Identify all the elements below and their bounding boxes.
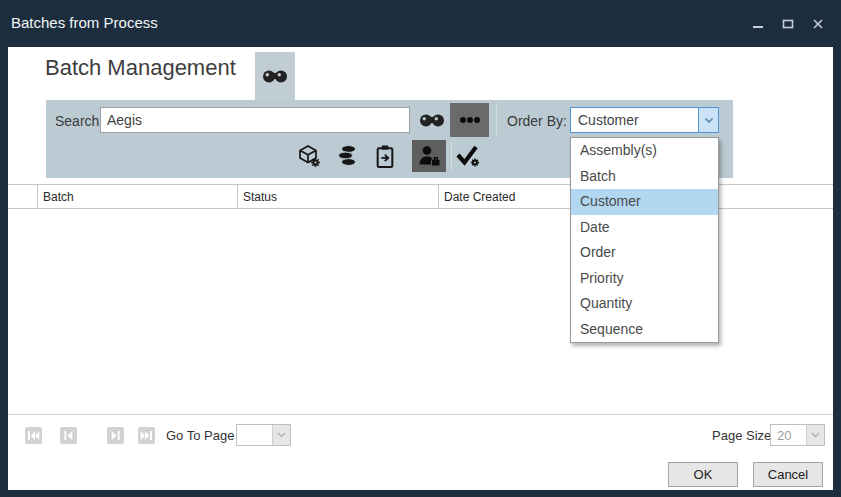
window-controls: [747, 14, 829, 34]
previous-page-icon: [63, 430, 74, 441]
last-page-icon: [140, 430, 153, 441]
last-page-button[interactable]: [138, 427, 155, 444]
column-header-status[interactable]: Status: [238, 185, 439, 208]
search-label: Search:: [55, 113, 103, 129]
go-to-page-dropdown-button[interactable]: [272, 425, 290, 445]
chevron-down-icon: [704, 117, 714, 124]
pager: Go To Page Page Size 20: [8, 416, 833, 456]
dropdown-option-order[interactable]: Order: [571, 240, 718, 266]
dropdown-option-priority[interactable]: Priority: [571, 266, 718, 292]
maximize-button[interactable]: [777, 14, 799, 34]
ok-button[interactable]: OK: [668, 462, 738, 487]
dropdown-option-date[interactable]: Date: [571, 215, 718, 241]
toolbar-separator: [496, 103, 497, 137]
titlebar[interactable]: Batches from Process: [0, 0, 841, 47]
combo-dropdown-button[interactable]: [698, 108, 718, 132]
page-size-combobox[interactable]: 20: [770, 424, 825, 446]
chevron-down-icon: [277, 432, 286, 438]
order-by-value: Customer: [571, 112, 698, 128]
cube-gear-icon: [297, 144, 321, 168]
filter-operators-button[interactable]: [412, 140, 446, 172]
check-gear-icon: [455, 144, 481, 168]
cancel-button[interactable]: Cancel: [753, 462, 823, 487]
database-icon: [335, 144, 359, 168]
toolbar-separator: [451, 142, 452, 170]
minimize-button[interactable]: [747, 14, 769, 34]
first-page-button[interactable]: [25, 427, 42, 444]
search-tab[interactable]: [255, 52, 295, 100]
dropdown-option-quantity[interactable]: Quantity: [571, 291, 718, 317]
dropdown-option-batch[interactable]: Batch: [571, 164, 718, 190]
binoculars-icon: [261, 68, 289, 85]
page-size-value: 20: [771, 428, 806, 443]
dialog-window: Batches from Process Batch Management: [0, 0, 841, 497]
go-to-page-label: Go To Page: [166, 428, 234, 443]
user-briefcase-icon: [417, 144, 441, 168]
search-input[interactable]: [100, 107, 410, 133]
filter-status-button[interactable]: [455, 140, 481, 172]
filter-parts-button[interactable]: [296, 140, 322, 172]
go-to-page-combobox[interactable]: [236, 424, 291, 446]
page-size-label: Page Size: [712, 428, 771, 443]
next-page-icon: [110, 430, 121, 441]
column-header-selector[interactable]: [8, 185, 38, 208]
maximize-icon: [782, 18, 794, 30]
page-size-dropdown-button[interactable]: [806, 425, 824, 445]
search-button[interactable]: [417, 109, 447, 131]
dropdown-option-customer[interactable]: Customer: [571, 189, 718, 215]
order-by-combobox[interactable]: Customer: [570, 107, 719, 133]
minimize-icon: [752, 18, 764, 30]
dropdown-option-assembly[interactable]: Assembly(s): [571, 138, 718, 164]
ellipsis-icon: [458, 115, 482, 125]
order-by-dropdown-list: Assembly(s) Batch Customer Date Order Pr…: [570, 137, 719, 343]
filter-work-orders-button[interactable]: [372, 140, 398, 172]
clipboard-arrow-icon: [374, 144, 396, 169]
window-title: Batches from Process: [11, 14, 158, 31]
dropdown-option-sequence[interactable]: Sequence: [571, 317, 718, 343]
filter-materials-button[interactable]: [334, 140, 360, 172]
close-button[interactable]: [807, 14, 829, 34]
binoculars-icon: [418, 112, 446, 129]
next-page-button[interactable]: [107, 427, 124, 444]
order-by-label: Order By:: [507, 113, 567, 129]
previous-page-button[interactable]: [60, 427, 77, 444]
more-options-button[interactable]: [450, 103, 489, 137]
first-page-icon: [27, 430, 40, 441]
column-header-batch[interactable]: Batch: [38, 185, 238, 208]
page-title: Batch Management: [45, 55, 236, 81]
close-icon: [812, 18, 824, 30]
chevron-down-icon: [811, 432, 820, 438]
